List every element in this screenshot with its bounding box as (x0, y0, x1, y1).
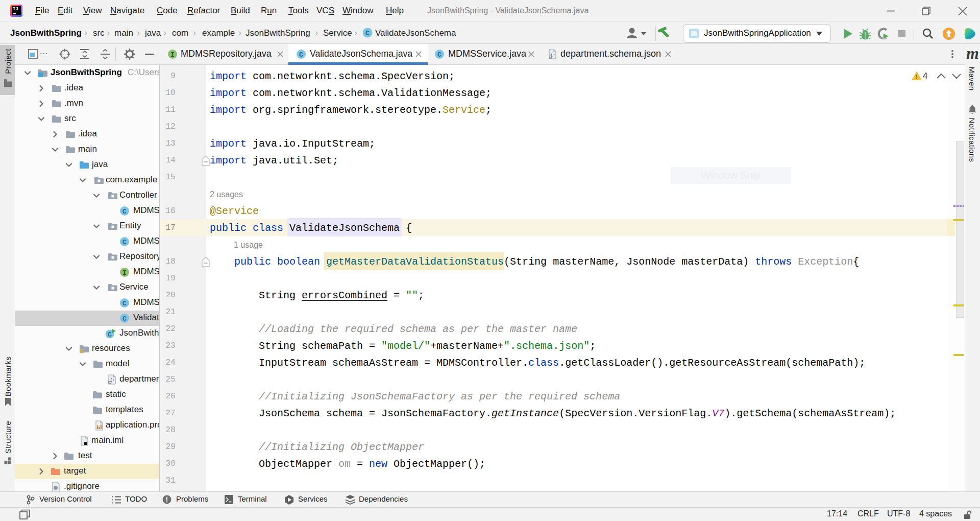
svg-text:C: C (365, 30, 370, 37)
